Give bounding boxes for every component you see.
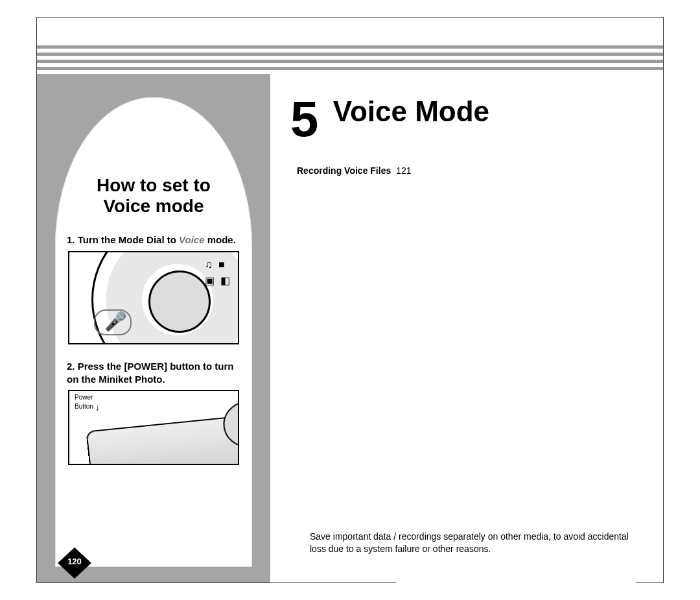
down-arrow-icon: ↓ <box>95 402 100 413</box>
left-column: How to set to Voice mode 1. Turn the Mod… <box>37 74 270 582</box>
chapter-heading: 5 Voice Mode <box>290 99 489 139</box>
step-1-suffix: mode. <box>205 234 236 245</box>
power-button-figure: Power Button ↓ <box>68 390 239 465</box>
power-button-label: Power Button ↓ <box>75 394 100 411</box>
panel-title-line1: How to set to <box>97 175 211 195</box>
step-1-prefix: 1. Turn the Mode Dial to <box>67 234 179 245</box>
panel-title-line2: Voice mode <box>103 196 204 216</box>
page-number-badge: 120 <box>56 546 93 580</box>
how-to-panel: How to set to Voice mode 1. Turn the Mod… <box>55 97 252 567</box>
step-1: 1. Turn the Mode Dial to Voice mode. <box>67 234 240 246</box>
camera-illustration <box>86 414 239 465</box>
footer-note: Save important data / recordings separat… <box>310 531 636 555</box>
page-number: 120 <box>56 557 93 566</box>
step-1-emphasis: Voice <box>179 234 204 245</box>
panel-title: How to set to Voice mode <box>67 175 240 217</box>
toc-label: Recording Voice Files <box>297 165 391 176</box>
dial-mode-icons: ♫ ■ ▣ ◧ <box>205 256 230 289</box>
power-label-line1: Power <box>75 394 93 401</box>
header-stripes <box>37 45 663 74</box>
chapter-number: 5 <box>290 99 318 139</box>
chapter-panel: 5 Voice Mode Recording Voice Files121Rec… <box>271 74 663 582</box>
microphone-icon: 🎤 <box>104 311 127 332</box>
chapter-title: Voice Mode <box>333 99 489 125</box>
manual-page: { "lang_label": "ENGLISH", "page_number"… <box>0 0 700 600</box>
dial-center-icon <box>148 270 211 333</box>
mode-dial-figure: ♫ ■ ▣ ◧ 🎤 <box>68 251 239 344</box>
power-label-line2: Button <box>75 403 93 410</box>
step-2: 2. Press the [POWER] button to turn on t… <box>67 360 240 387</box>
